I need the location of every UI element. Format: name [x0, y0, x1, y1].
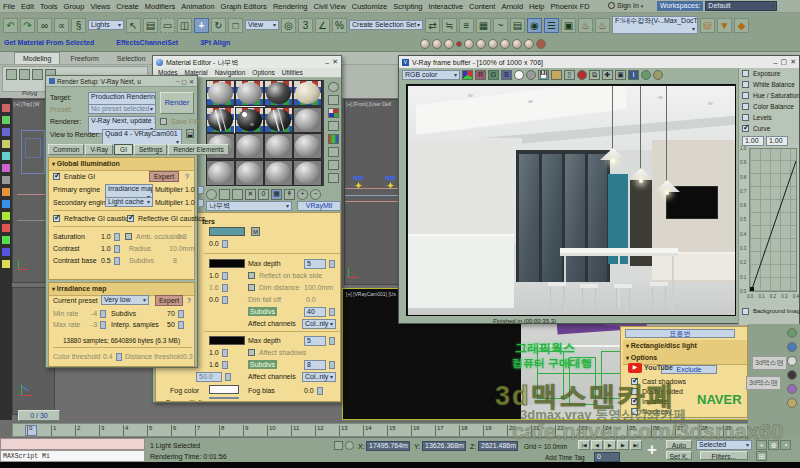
material-preset-icon[interactable]	[432, 39, 442, 49]
spinner[interactable]	[116, 353, 122, 361]
tab-modeling[interactable]: Modeling	[14, 52, 60, 64]
spinner[interactable]	[329, 308, 335, 316]
render-setup-tab[interactable]: V-Ray	[85, 144, 113, 155]
viewport-camera-label[interactable]: [+] [VRayCam001] [Us	[346, 291, 396, 297]
set-key-button[interactable]: Set K.	[666, 451, 692, 460]
dock-icon[interactable]	[787, 384, 797, 394]
material-slot[interactable]	[264, 160, 293, 186]
reflect-color-swatch[interactable]	[209, 259, 245, 268]
menu-item[interactable]: Phoenix FD	[548, 1, 593, 12]
menu-item[interactable]: Modifiers	[142, 1, 178, 12]
menu-item[interactable]: Arnold	[498, 1, 526, 12]
refract-color-swatch[interactable]	[209, 336, 245, 345]
make-unique-icon[interactable]: 0	[258, 189, 269, 200]
put-to-scene-icon[interactable]	[219, 189, 230, 200]
video-color-check-icon[interactable]	[328, 134, 339, 144]
min-rate-value[interactable]: -4	[91, 309, 97, 318]
ribbon-tool-icon[interactable]	[32, 69, 43, 80]
preset-dropdown[interactable]: No preset selected	[88, 104, 156, 114]
spinner[interactable]	[222, 240, 228, 248]
expert-mode-button[interactable]: Expert	[149, 171, 179, 182]
dock-icon[interactable]	[787, 356, 797, 366]
zoom-in-icon[interactable]: +	[297, 189, 308, 200]
reset-map-icon[interactable]: ✕	[245, 189, 256, 200]
reflect-backside-checkbox[interactable]	[248, 272, 255, 279]
backlight-icon[interactable]	[328, 95, 339, 105]
asset-tracking-icon[interactable]: ⛁	[700, 18, 715, 33]
viewport-nav-icon[interactable]: ⊞	[756, 451, 767, 461]
material-slot[interactable]	[264, 133, 293, 159]
dock-tool-icon[interactable]	[2, 212, 10, 220]
viewport-front-label[interactable]: [+] [Front] [User Defi	[346, 101, 391, 107]
render-setup-tab[interactable]: Render Elements	[168, 144, 228, 155]
zoom-out-icon[interactable]: −	[310, 189, 321, 200]
vfb-red-channel-icon[interactable]: R	[475, 70, 486, 80]
affect-shadows-checkbox[interactable]	[248, 349, 255, 356]
menu-item[interactable]: Create	[113, 1, 142, 12]
vfb-stamp-icon[interactable]	[653, 70, 663, 80]
material-preset-icon[interactable]	[488, 39, 498, 49]
correction-checkbox[interactable]	[742, 70, 749, 77]
y-coordinate-field[interactable]: 13626.368m	[422, 441, 466, 451]
material-preset-icon[interactable]	[464, 39, 474, 49]
vfb-compare-icon[interactable]	[641, 70, 651, 80]
max-rate-value[interactable]: -3	[91, 320, 97, 329]
refract-amount[interactable]: 1.0	[209, 348, 219, 357]
dock-tool-icon[interactable]	[2, 152, 10, 160]
go-to-parent-icon[interactable]: ↟	[284, 189, 295, 200]
vfb-duplicate-icon[interactable]: ⧉	[589, 70, 600, 80]
ribbon-tab[interactable]: Freeform	[62, 53, 106, 64]
spinner[interactable]	[178, 310, 184, 318]
spinner[interactable]	[198, 199, 204, 207]
vfb-blue-channel-icon[interactable]: B	[501, 70, 512, 80]
curve-value-2[interactable]: 1.00	[766, 136, 788, 146]
spinner[interactable]	[100, 321, 106, 329]
correction-row[interactable]: White Balance	[739, 79, 799, 90]
get-material-icon[interactable]	[206, 189, 217, 200]
help-button[interactable]: ?	[187, 296, 191, 305]
curve-value-1[interactable]: 1.00	[742, 136, 764, 146]
material-preset-icon[interactable]	[524, 39, 534, 49]
help-button[interactable]: ?	[185, 172, 189, 181]
fog-bias-value[interactable]: 0.0	[304, 386, 314, 395]
material-slot[interactable]	[206, 160, 235, 186]
menu-item[interactable]: Views	[87, 1, 113, 12]
menu-item[interactable]: Scripting	[390, 1, 425, 12]
select-by-material-icon[interactable]	[328, 173, 339, 183]
contrast-value[interactable]: 1.0	[101, 244, 111, 253]
fog-mult-field[interactable]	[209, 397, 239, 399]
material-preset-icon[interactable]	[500, 39, 510, 49]
current-preset-dropdown[interactable]: Very low	[101, 295, 149, 305]
render-button[interactable]: Render	[160, 92, 194, 114]
dock-tool-icon[interactable]	[2, 128, 10, 136]
menu-item[interactable]: Rendering	[270, 1, 311, 12]
add-time-tag[interactable]: Add Time Tag	[545, 453, 585, 462]
spinner[interactable]	[100, 310, 106, 318]
lock-view-icon[interactable]: ⬓	[186, 129, 194, 138]
sample-type-icon[interactable]	[328, 82, 339, 92]
menu-item[interactable]: Help	[526, 1, 547, 12]
refract-subdivs-field[interactable]: 8	[304, 360, 326, 370]
spinner[interactable]	[114, 233, 120, 241]
distance-threshold-value[interactable]: 0.3	[183, 352, 193, 361]
isolate-selection-icon[interactable]	[334, 441, 343, 450]
vfb-region-icon[interactable]: ▣	[615, 70, 626, 80]
options-icon[interactable]: ◆	[734, 18, 749, 33]
reflect-subdivs-field[interactable]: 40	[304, 307, 326, 317]
correction-row[interactable]: Hue / Saturation	[739, 90, 799, 101]
material-slot[interactable]	[235, 133, 264, 159]
material-slot[interactable]	[264, 80, 293, 106]
use-pivot-center-icon[interactable]: ◎	[281, 18, 296, 33]
fog-color-swatch[interactable]	[209, 385, 239, 394]
material-slot[interactable]	[235, 160, 264, 186]
minimize-icon[interactable]: –	[176, 78, 179, 84]
filters-button[interactable]: Filters...	[700, 451, 748, 460]
dock-icon[interactable]	[787, 370, 797, 380]
refract-max-depth-field[interactable]: 5	[304, 336, 326, 346]
gi-rollout-header[interactable]: Global Illumination	[49, 158, 194, 171]
dim-distance-value[interactable]: 100.0mm	[304, 283, 333, 292]
spinner[interactable]	[329, 260, 335, 268]
render-setup-tab-active[interactable]: GI	[114, 144, 133, 155]
spinner[interactable]	[222, 296, 228, 304]
dock-tool-icon[interactable]	[2, 104, 10, 112]
